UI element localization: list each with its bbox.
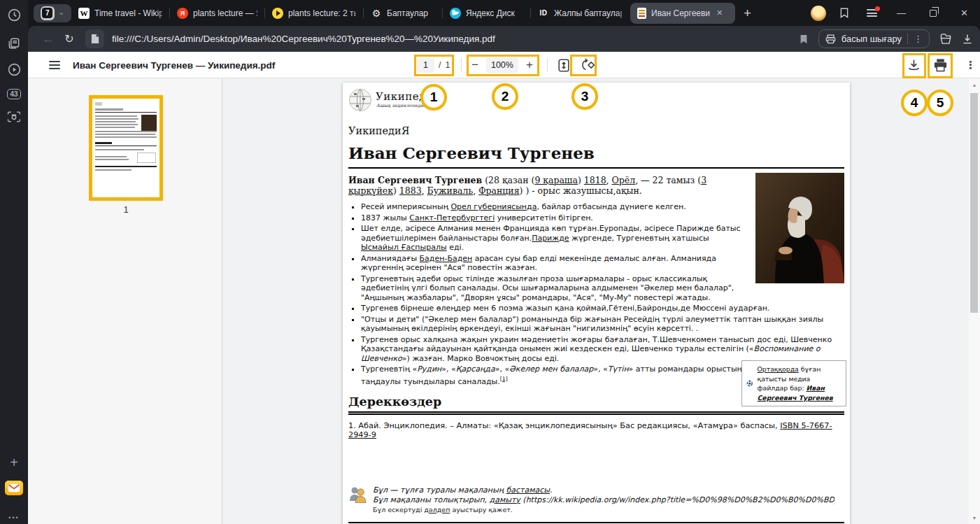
video-player-icon[interactable]: [0, 59, 28, 80]
tab-time-travel[interactable]: W Time travel - Wikip: [71, 0, 169, 26]
wikipedia-header: УикипедиЯ Ашық энциклопедиясы: [348, 88, 844, 120]
wiki-logo-title: УикипедиЯ: [376, 90, 442, 103]
yandex-mail-icon[interactable]: [0, 477, 28, 498]
wikimedia-commons-icon: [746, 372, 753, 395]
pdf-toolbar: Иван Сергеевич Тургенев — Уикипедия.pdf …: [28, 52, 980, 78]
tab-yandex-disk[interactable]: Яндекс Диск: [443, 0, 530, 26]
screenshot-icon[interactable]: [0, 106, 28, 127]
reference-item: 1. Абай. Энциклопедия. – Алматы: «Қазақ …: [348, 421, 844, 439]
tab-plants-lecture-video[interactable]: plants lecture: 2 ть: [265, 0, 363, 26]
commons-box: Ортаққорда бұған қатысты медиа файлдар б…: [741, 360, 846, 406]
stub-line-3: Бұл ескертуді дәлдеп ауыстыру қажет.: [373, 505, 835, 514]
zoom-in-button[interactable]: +: [526, 58, 533, 72]
play-favicon: [272, 8, 283, 19]
wikipedia-favicon: W: [78, 8, 90, 19]
turgenev-portrait: [755, 173, 844, 283]
back-icon[interactable]: ←: [38, 32, 59, 46]
article-title: Иван Сергеевич Тургенев: [348, 143, 844, 169]
window-controls: — ✕: [806, 0, 980, 26]
reload-icon[interactable]: ↻: [59, 32, 80, 45]
download-page-icon[interactable]: [962, 34, 973, 45]
browser-menu-icon[interactable]: [858, 0, 886, 26]
list-item: Тургенев орыс халқына жақын украин мәден…: [361, 335, 844, 364]
pdf-menu-icon[interactable]: [49, 52, 60, 78]
tab-plants-lecture-ya[interactable]: Я plants lecture — Я: [170, 0, 264, 26]
rotate-icon[interactable]: [581, 52, 596, 78]
maximize-button[interactable]: [917, 0, 949, 26]
current-page-input[interactable]: 1: [417, 58, 434, 73]
stub-notice: Бұл — тұлға туралы мақаланың бастамасы. …: [348, 486, 844, 514]
wikipedia-globe-icon: [348, 88, 372, 112]
close-window-button[interactable]: ✕: [949, 0, 980, 26]
list-item: Тургенев бірнеше өлеңдер мен 6 поэма жаз…: [361, 304, 844, 313]
stub-line-2: Бұл мақаланы толықтырып, дамыту (https:/…: [373, 495, 835, 505]
vertical-scrollbar[interactable]: ▲ ▼: [969, 78, 980, 524]
page-thumbnail[interactable]: [89, 95, 163, 201]
tab-bar: 7 ⌄ W Time travel - Wikip Я plants lectu…: [28, 0, 980, 26]
thumbnail-page-number: 1: [89, 204, 163, 215]
url-field[interactable]: file:///C:/Users/Admin/Desktop/Иван%20Се…: [112, 34, 495, 44]
stub-person-icon: [348, 486, 367, 503]
profile-avatar[interactable]: [806, 0, 831, 26]
bookmark-panel-icon[interactable]: [831, 0, 858, 26]
page-navigation: 1 / 1: [417, 52, 450, 78]
scrollbar-thumb[interactable]: [970, 93, 978, 313]
gear-icon: ⚙: [371, 8, 382, 19]
tab-count-badge[interactable]: 43: [0, 83, 28, 104]
tabs-panel-icon[interactable]: [0, 33, 28, 54]
close-tab-icon[interactable]: ✕: [716, 8, 723, 17]
address-bar: ← ↻ file:///C:/Users/Admin/Desktop/Иван%…: [28, 26, 980, 52]
history-icon[interactable]: [0, 4, 28, 25]
yandex-favicon: Я: [177, 8, 188, 19]
new-tab-button[interactable]: +: [737, 6, 758, 21]
scroll-up-icon[interactable]: ▲: [969, 80, 980, 90]
wiki-logo-tagline: Ашық энциклопедиясы: [376, 103, 432, 108]
zoom-level[interactable]: 100%: [486, 57, 518, 73]
pdf-more-icon[interactable]: ⋮: [965, 52, 976, 78]
tab-turgenev-pdf-active[interactable]: Иван Сергееви ✕: [630, 3, 735, 24]
fit-page-icon[interactable]: [557, 52, 571, 78]
tab-general-settings[interactable]: ID Жалпы баптаулар: [531, 0, 629, 26]
file-icon: [85, 29, 104, 48]
sidebar-more-icon[interactable]: •••: [0, 507, 28, 524]
bookmark-icon[interactable]: [799, 34, 809, 45]
browser-sidebar: 43 + •••: [0, 0, 28, 524]
print-page-button[interactable]: басып шығару ⋮: [818, 29, 930, 48]
print-options-icon[interactable]: ⋮: [914, 34, 923, 44]
site-line: УикипедиЯ: [348, 125, 844, 136]
pdf-viewer: 1 УикипедиЯ Ашық энциклопедиясы Уик: [28, 78, 980, 524]
total-pages: 1: [445, 60, 450, 70]
tab-settings[interactable]: ⚙ Баптаулар: [364, 0, 442, 26]
chevron-down-icon: ⌄: [58, 8, 64, 17]
download-pdf-icon[interactable]: [907, 52, 921, 78]
tab-counter[interactable]: 7 ⌄: [34, 4, 71, 22]
page-separator: /: [439, 60, 441, 70]
collections-icon[interactable]: [939, 33, 952, 45]
pdf-filename: Иван Сергеевич Тургенев — Уикипедия.pdf: [73, 52, 275, 78]
print-pdf-icon[interactable]: [933, 52, 948, 78]
list-item: "Отцы и дети" ("Әкелер мен балалар") ром…: [361, 315, 844, 334]
viewer-canvas: УикипедиЯ Ашық энциклопедиясы УикипедиЯ …: [222, 78, 969, 524]
commons-text: Ортаққорда бұған қатысты медиа файлдар б…: [758, 364, 841, 402]
sidebar-add-icon[interactable]: +: [0, 452, 28, 473]
minimize-button[interactable]: —: [886, 0, 917, 26]
yandex-disk-favicon: [450, 8, 461, 19]
zoom-controls: − 100% +: [471, 52, 533, 78]
thumbnail-panel: 1: [28, 78, 222, 524]
footer-rule: [348, 522, 844, 523]
stub-line-1: Бұл — тұлға туралы мақаланың бастамасы.: [373, 486, 835, 495]
zoom-out-button[interactable]: −: [471, 58, 478, 72]
scroll-down-icon[interactable]: ▼: [969, 513, 980, 523]
pdf-favicon: [637, 8, 646, 19]
pdf-page: УикипедиЯ Ашық энциклопедиясы УикипедиЯ …: [343, 83, 850, 524]
id-favicon: ID: [538, 8, 549, 19]
